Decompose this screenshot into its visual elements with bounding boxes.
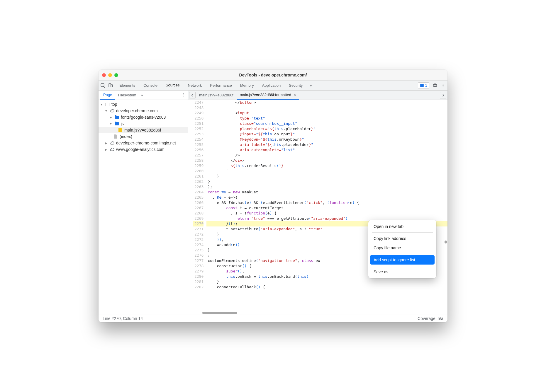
navigator-tabs-overflow[interactable]: » xyxy=(139,93,145,97)
kebab-icon[interactable] xyxy=(440,83,446,88)
tab-application[interactable]: Application xyxy=(258,81,285,90)
tree-label: www.google-analytics.com xyxy=(116,147,165,152)
tab-memory[interactable]: Memory xyxy=(236,81,258,90)
svg-point-7 xyxy=(183,95,184,95)
toolbar-right: 1 xyxy=(416,81,447,90)
coverage-status: Coverage: n/a xyxy=(418,316,443,321)
editor-area: main.js?v=e382d86f main.js?v=e382d86f:fo… xyxy=(188,91,447,314)
file-icon xyxy=(113,134,118,139)
context-menu-separator xyxy=(372,266,433,266)
window-zoom-button[interactable] xyxy=(114,73,118,77)
tree-label: js xyxy=(121,121,124,126)
tab-console[interactable]: Console xyxy=(139,81,162,90)
navigator-tab-page[interactable]: Page xyxy=(100,91,115,100)
window-close-button[interactable] xyxy=(102,73,106,77)
folder-icon xyxy=(114,115,119,120)
cloud-icon xyxy=(110,147,114,152)
svg-rect-2 xyxy=(111,85,113,87)
code-content[interactable]: </button> <input type="text" class="sear… xyxy=(206,100,447,314)
device-icon[interactable] xyxy=(108,83,113,88)
frame-icon xyxy=(105,102,110,107)
code-editor[interactable]: 2247224822492250225122522253225422552256… xyxy=(188,100,447,314)
horizontal-scrollbar-thumb[interactable] xyxy=(202,312,237,314)
editor-tab-label: main.js?v=e382d86f xyxy=(199,93,233,97)
tree-file[interactable]: (index) xyxy=(99,133,188,140)
tree-domain[interactable]: ▶ www.google-analytics.com xyxy=(99,146,188,153)
tree-file[interactable]: main.js?v=e382d86f xyxy=(99,127,188,133)
inspect-icon[interactable] xyxy=(100,83,106,88)
tree-label: top xyxy=(111,102,117,107)
vertical-scrollbar[interactable] xyxy=(443,100,447,314)
context-menu-item-ignore[interactable]: Add script to ignore list xyxy=(370,255,435,265)
file-tree[interactable]: ▼ top ▼ developer.chrome.com ▶ fonts/goo… xyxy=(99,100,188,314)
gear-icon[interactable] xyxy=(432,83,438,88)
close-icon[interactable]: × xyxy=(294,93,296,97)
context-menu-separator xyxy=(372,254,433,254)
panel-tabs: Elements Console Sources Network Perform… xyxy=(115,81,315,90)
panel-tabs-overflow[interactable]: » xyxy=(307,81,315,90)
tree-label: main.js?v=e382d86f xyxy=(124,128,161,132)
svg-point-4 xyxy=(443,85,444,86)
status-bar: Line 2270, Column 14 Coverage: n/a xyxy=(99,314,447,322)
tab-network[interactable]: Network xyxy=(184,81,206,90)
toolbar-left xyxy=(99,81,115,90)
navigator-tab-filesystem[interactable]: Filesystem xyxy=(115,91,139,100)
chevron-right-icon: ▶ xyxy=(104,148,108,151)
window-minimize-button[interactable] xyxy=(108,73,112,77)
window-controls xyxy=(102,73,118,77)
tab-performance[interactable]: Performance xyxy=(206,81,236,90)
nav-back-icon[interactable] xyxy=(189,92,196,98)
cursor-position: Line 2270, Column 14 xyxy=(103,316,143,321)
tree-label: developer-chrome-com.imgix.net xyxy=(116,141,176,145)
tab-security[interactable]: Security xyxy=(285,81,307,90)
devtools-window: DevTools - developer.chrome.com/ Element… xyxy=(99,70,447,322)
cloud-icon xyxy=(110,108,114,113)
svg-point-3 xyxy=(443,84,444,85)
editor-tab[interactable]: main.js?v=e382d86f:formatted × xyxy=(237,91,299,100)
context-menu-separator xyxy=(372,232,433,233)
context-menu-item-copy-link[interactable]: Copy link address xyxy=(370,234,435,243)
issues-button[interactable]: 1 xyxy=(418,82,429,88)
chevron-right-icon: ▶ xyxy=(109,116,113,119)
tab-sources[interactable]: Sources xyxy=(162,81,184,90)
editor-tab[interactable]: main.js?v=e382d86f xyxy=(196,91,236,100)
navigator-sidebar: Page Filesystem » ▼ top ▼ developer.chro… xyxy=(99,91,188,314)
tree-label: (index) xyxy=(120,134,132,139)
window-title: DevTools - developer.chrome.com/ xyxy=(99,73,447,77)
tab-elements[interactable]: Elements xyxy=(115,81,139,90)
tree-folder[interactable]: ▶ fonts/google-sans-v2003 xyxy=(99,114,188,120)
context-menu-item-open[interactable]: Open in new tab xyxy=(370,222,435,231)
svg-point-8 xyxy=(183,96,184,96)
tree-domain[interactable]: ▶ developer-chrome-com.imgix.net xyxy=(99,140,188,146)
main-toolbar: Elements Console Sources Network Perform… xyxy=(99,81,447,91)
tree-label: developer.chrome.com xyxy=(116,108,158,113)
editor-tab-label: main.js?v=e382d86f:formatted xyxy=(240,93,291,97)
editor-tabs: main.js?v=e382d86f main.js?v=e382d86f:fo… xyxy=(188,91,447,100)
folder-icon xyxy=(114,121,119,126)
svg-point-5 xyxy=(443,86,444,87)
tree-domain[interactable]: ▼ developer.chrome.com xyxy=(99,108,188,114)
navigator-kebab-icon[interactable] xyxy=(181,93,185,98)
context-menu: Open in new tab Copy link address Copy f… xyxy=(368,220,436,278)
chevron-down-icon: ▼ xyxy=(109,122,113,125)
chevron-down-icon: ▼ xyxy=(100,103,103,106)
titlebar: DevTools - developer.chrome.com/ xyxy=(99,70,447,81)
line-gutter: 2247224822492250225122522253225422552256… xyxy=(188,100,206,314)
context-menu-item-copy-name[interactable]: Copy file name xyxy=(370,243,435,253)
tree-frame-top[interactable]: ▼ top xyxy=(99,101,188,108)
js-file-icon xyxy=(118,128,123,132)
context-menu-item-save[interactable]: Save as… xyxy=(370,267,435,277)
chevron-down-icon: ▼ xyxy=(104,109,108,113)
chevron-right-icon: ▶ xyxy=(104,142,108,145)
content: Page Filesystem » ▼ top ▼ developer.chro… xyxy=(99,91,447,314)
tree-folder[interactable]: ▼ js xyxy=(99,120,188,127)
tree-label: fonts/google-sans-v2003 xyxy=(121,115,166,120)
svg-rect-1 xyxy=(109,83,111,87)
issues-count: 1 xyxy=(425,83,427,88)
navigator-tabs: Page Filesystem » xyxy=(99,91,188,100)
scrollbar-thumb[interactable] xyxy=(445,241,447,243)
cloud-icon xyxy=(110,141,114,145)
toggle-debugger-icon[interactable] xyxy=(440,92,446,98)
svg-point-6 xyxy=(183,93,184,94)
